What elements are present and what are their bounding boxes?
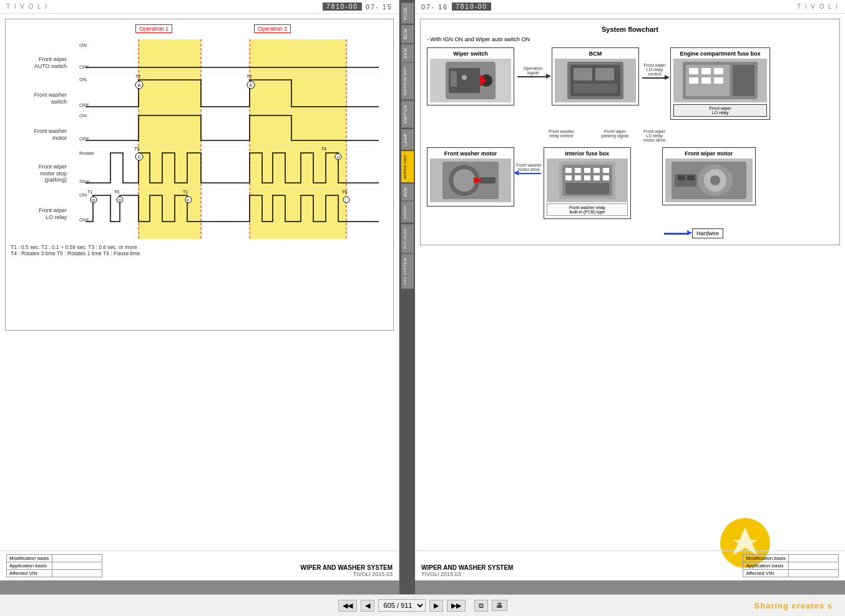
sidebar-tab-skim[interactable]: SKM [401, 44, 414, 62]
svg-text:T3: T3 [247, 74, 252, 79]
svg-point-48 [462, 75, 467, 80]
front-washer-motor-box: Front washer motor [427, 147, 514, 207]
svg-rect-59 [701, 68, 711, 74]
svg-point-66 [453, 169, 476, 192]
right-footer-subtitle: TIVOLI 2015.03 [421, 571, 513, 577]
svg-rect-52 [574, 68, 592, 81]
sidebar-tab-scc[interactable]: SCC ALDO [401, 224, 414, 253]
sidebar-tab-instrum[interactable]: INSTRUM ENT [401, 63, 414, 100]
copy-btn[interactable]: ⧉ [474, 600, 488, 612]
flowchart-title: System flowchart [427, 26, 833, 33]
svg-point-42 [343, 197, 349, 203]
timing-diagram: Operation 1 Operation 2 Front wiperAUTO … [5, 19, 394, 331]
right-footer-title: WIPER AND WASHER SYSTEM [421, 564, 513, 571]
sidebar-tab-audio[interactable]: AUDIO [401, 202, 414, 223]
svg-text:T6: T6 [114, 190, 119, 194]
svg-rect-79 [593, 175, 600, 180]
svg-rect-72 [575, 168, 581, 173]
operation2-label: Operation 2 [254, 24, 291, 33]
last-page-btn[interactable]: ▶▶ [447, 600, 466, 612]
svg-text:A: A [138, 83, 141, 87]
sidebar-tab-vsc[interactable]: VSC SYSTEM [401, 254, 414, 289]
sidebar-tab-wiper[interactable]: WIPER AND [401, 151, 414, 182]
right-brand: T I V O L I [797, 3, 839, 10]
svg-rect-73 [584, 168, 590, 173]
sidebar-tab-lamp[interactable]: LAMP [401, 129, 414, 150]
sidebar-tab-avn[interactable]: AVN [401, 183, 414, 200]
left-page: T I V O L I 7810-00 07- 15 Operation 1 O… [0, 0, 399, 580]
print-btn[interactable]: 🖶 [492, 600, 507, 611]
front-wiper-motor-box: Front wiper motor [662, 147, 756, 205]
left-page-num: 07- 15 [366, 3, 393, 11]
lo-relay-control-arrow: Front wiperLO relaycontrol [639, 63, 670, 79]
svg-text:E: E [250, 83, 253, 87]
svg-rect-60 [714, 68, 723, 74]
front-wiper-motor-label: Front wiper motor [665, 150, 753, 157]
row-label-4: Front wipermotor stop(parking) [11, 152, 70, 195]
right-doc-num: 7810-00 [452, 2, 491, 11]
svg-point-88 [710, 175, 720, 185]
svg-text:ON: ON [79, 42, 87, 48]
page-selector[interactable]: 605 / 911 [378, 599, 426, 612]
prev-page-btn[interactable]: ◀ [361, 600, 374, 612]
left-footer: Modification basis Application basis Aff… [0, 550, 399, 580]
operation1-label: Operation 1 [135, 24, 172, 33]
timing-notes: T1 : 0.5 sec. T2 : 0.1 ~ 0.59 sec. T3 : … [11, 244, 388, 257]
interior-fuse-box: Interior fuse box [544, 147, 631, 219]
svg-rect-75 [603, 168, 609, 173]
hardwire-legend: Hardwire [664, 228, 833, 238]
sidebar-tab-switch[interactable]: SWITCH [401, 101, 414, 128]
svg-rect-53 [595, 68, 614, 81]
sidebar-tab-bcm[interactable]: BCM [401, 25, 414, 43]
interior-fuse-img [547, 159, 628, 202]
sidebar: FUSE BCM SKM INSTRUM ENT SWITCH LAMP WIP… [399, 0, 415, 594]
flowchart-subtitle: - With IGN ON and Wiper auto switch ON [427, 36, 833, 42]
svg-rect-0 [139, 39, 201, 239]
row-label-3: Front washermotor [11, 117, 70, 152]
engine-fuse-label: Engine compartment fuse box [673, 51, 767, 57]
svg-text:T1: T1 [87, 190, 92, 194]
svg-text:T1: T1 [183, 190, 188, 194]
wiper-switch-label: Wiper switch [430, 51, 511, 57]
svg-text:H: H [337, 155, 339, 159]
bcm-box: BCM [552, 47, 639, 105]
right-footer-table: Modification basis Application basis Aff… [743, 554, 839, 577]
svg-text:T6: T6 [342, 190, 347, 194]
svg-rect-71 [565, 168, 572, 173]
left-footer-subtitle: TIVOLI 2015.03 [301, 571, 393, 577]
right-page-header: 07- 16 7810-00 T I V O L I [415, 0, 845, 14]
svg-text:T2: T2 [135, 74, 140, 79]
op-signal-arrow: Operationsignal [514, 66, 552, 77]
front-washer-motor-img [430, 159, 511, 202]
right-page: 07- 16 7810-00 T I V O L I System flowch… [415, 0, 845, 580]
left-footer-table: Modification basis Application basis Aff… [6, 554, 102, 577]
svg-text:ON: ON [79, 192, 87, 198]
bcm-down-arrows: Front washerrelay control Front wiperpar… [549, 129, 665, 142]
sidebar-tab-fuse[interactable]: FUSE [401, 3, 414, 24]
svg-rect-47 [451, 71, 457, 87]
timing-svg: ON OFF ON OFF T2 T3 [70, 39, 388, 239]
svg-rect-87 [687, 175, 695, 180]
right-footer: WIPER AND WASHER SYSTEM TIVOLI 2015.03 M… [415, 550, 845, 580]
svg-rect-77 [575, 175, 581, 180]
row-label-2: Front washerswitch [11, 80, 70, 117]
right-page-num: 07- 16 [421, 3, 448, 11]
bcm-img [555, 59, 636, 102]
svg-rect-61 [689, 77, 698, 84]
wiper-switch-img [430, 59, 511, 102]
first-page-btn[interactable]: ◀◀ [338, 600, 357, 612]
svg-rect-80 [603, 175, 609, 180]
svg-rect-78 [584, 175, 590, 180]
washer-drive-arrow: Front washermotor drive [514, 163, 544, 174]
bcm-label: BCM [555, 51, 636, 57]
svg-rect-86 [678, 175, 685, 180]
left-doc-num: 7810-00 [323, 2, 362, 11]
svg-text:T4: T4 [321, 147, 326, 151]
left-brand: T I V O L I [6, 3, 48, 10]
washer-relay-note: Front washer relaybuilt-in (PCB) type [547, 203, 628, 216]
next-page-btn[interactable]: ▶ [429, 600, 443, 612]
svg-rect-81 [565, 183, 609, 194]
svg-text:ON: ON [79, 113, 87, 119]
front-washer-motor-label: Front washer motor [430, 150, 511, 157]
svg-rect-1 [250, 39, 346, 239]
